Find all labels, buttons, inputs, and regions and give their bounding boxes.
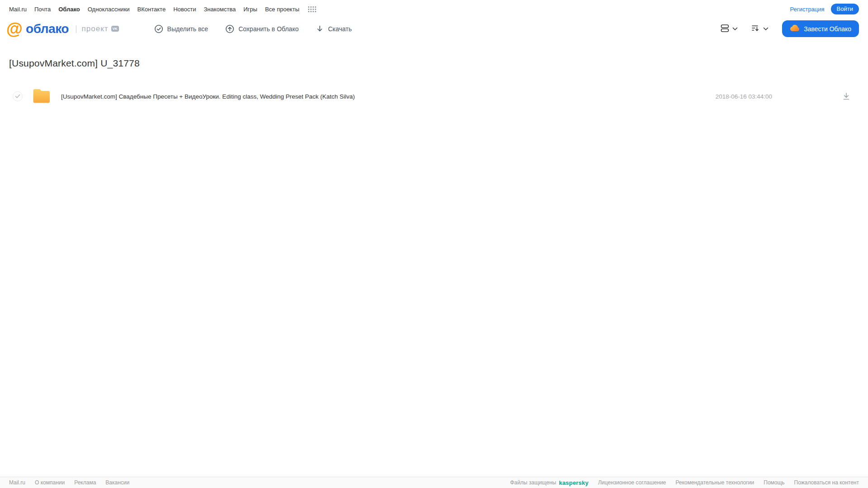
download-button[interactable]: Скачать bbox=[316, 25, 352, 33]
protected-text: Файлы защищены bbox=[510, 479, 556, 486]
footer-link-ads[interactable]: Реклама bbox=[74, 479, 96, 486]
save-to-cloud-label: Сохранить в Облако bbox=[238, 25, 299, 33]
footer-link-recommendation-tech[interactable]: Рекомендательные технологии bbox=[676, 479, 754, 486]
vk-badge-icon: VK bbox=[111, 26, 119, 32]
portal-link-vkontakte[interactable]: ВКонтакте bbox=[138, 6, 166, 13]
footer-link-license[interactable]: Лицензионное соглашение bbox=[598, 479, 666, 486]
select-all-button[interactable]: Выделить все bbox=[154, 24, 209, 33]
header-right-controls: Завести Облако bbox=[719, 20, 859, 37]
registration-link[interactable]: Регистрация bbox=[790, 6, 825, 13]
kaspersky-protection: Файлы защищены kaspersky bbox=[510, 479, 588, 486]
file-toolbar: Выделить все Сохранить в Облако Скачать bbox=[154, 24, 352, 33]
portal-link-all-projects[interactable]: Все проекты bbox=[265, 6, 299, 13]
footer-link-jobs[interactable]: Вакансии bbox=[105, 479, 129, 486]
create-cloud-button[interactable]: Завести Облако bbox=[782, 20, 859, 37]
footer-link-report-content[interactable]: Пожаловаться на контент bbox=[794, 479, 859, 486]
download-label: Скачать bbox=[328, 25, 352, 33]
page-title: [UsupovMarket.com] U_31778 bbox=[9, 58, 868, 69]
cloud-logo[interactable]: @ облако | проект VK bbox=[6, 20, 119, 37]
footer-link-company[interactable]: О компании bbox=[35, 479, 65, 486]
logo-divider: | bbox=[75, 24, 77, 33]
cloud-logo-text: облако bbox=[26, 22, 69, 36]
cloud-icon bbox=[790, 24, 800, 33]
portal-link-cloud[interactable]: Облако bbox=[58, 6, 80, 13]
portal-link-games[interactable]: Игры bbox=[243, 6, 257, 13]
create-cloud-label: Завести Облако bbox=[804, 25, 851, 33]
chevron-down-icon bbox=[732, 25, 738, 32]
page-footer: Mail.ru О компании Реклама Вакансии Файл… bbox=[0, 477, 868, 488]
select-all-label: Выделить все bbox=[167, 25, 209, 33]
portal-link-mail[interactable]: Почта bbox=[34, 6, 51, 13]
footer-link-help[interactable]: Помощь bbox=[764, 479, 784, 486]
chevron-down-icon bbox=[763, 25, 768, 32]
save-to-cloud-button[interactable]: Сохранить в Облако bbox=[225, 24, 299, 33]
check-circle-icon bbox=[154, 24, 163, 33]
download-arrow-icon bbox=[316, 25, 324, 33]
folder-icon bbox=[32, 88, 51, 105]
portal-nav-auth: Регистрация Войти bbox=[790, 4, 859, 14]
file-date: 2018-06-16 03:44:00 bbox=[716, 93, 772, 100]
row-checkbox[interactable] bbox=[13, 91, 23, 101]
main-content: [UsupovMarket.com] U_31778 bbox=[0, 44, 868, 107]
file-name-link[interactable]: [UsupovMarket.com] Свадебные Пресеты + В… bbox=[61, 93, 716, 100]
kaspersky-logo: kaspersky bbox=[559, 479, 588, 486]
footer-link-mailru[interactable]: Mail.ru bbox=[9, 479, 25, 486]
file-row[interactable]: [UsupovMarket.com] Свадебные Пресеты + В… bbox=[0, 85, 868, 107]
project-label: проект bbox=[82, 24, 109, 33]
row-download-button[interactable] bbox=[841, 91, 852, 102]
portal-nav: Mail.ru Почта Облако Одноклассники ВКонт… bbox=[0, 0, 868, 17]
sort-button[interactable] bbox=[749, 22, 770, 36]
login-button[interactable]: Войти bbox=[831, 4, 859, 14]
list-view-icon bbox=[721, 24, 729, 34]
cloud-upload-icon bbox=[225, 24, 234, 33]
cloud-header: @ облако | проект VK Выделить все Сохран… bbox=[0, 17, 868, 44]
view-mode-button[interactable] bbox=[719, 22, 740, 36]
portal-nav-links: Mail.ru Почта Облако Одноклассники ВКонт… bbox=[9, 6, 316, 13]
file-list: [UsupovMarket.com] Свадебные Пресеты + В… bbox=[0, 85, 868, 107]
footer-right-links: Файлы защищены kaspersky Лицензионное со… bbox=[510, 479, 859, 486]
portal-link-dating[interactable]: Знакомства bbox=[204, 6, 236, 13]
footer-left-links: Mail.ru О компании Реклама Вакансии bbox=[9, 479, 129, 486]
portal-link-mailru[interactable]: Mail.ru bbox=[9, 6, 27, 13]
apps-grid-icon[interactable] bbox=[308, 6, 316, 12]
mailru-at-icon: @ bbox=[6, 20, 23, 37]
portal-link-news[interactable]: Новости bbox=[173, 6, 196, 13]
portal-link-odnoklassniki[interactable]: Одноклассники bbox=[88, 6, 130, 13]
sort-icon bbox=[751, 24, 760, 34]
